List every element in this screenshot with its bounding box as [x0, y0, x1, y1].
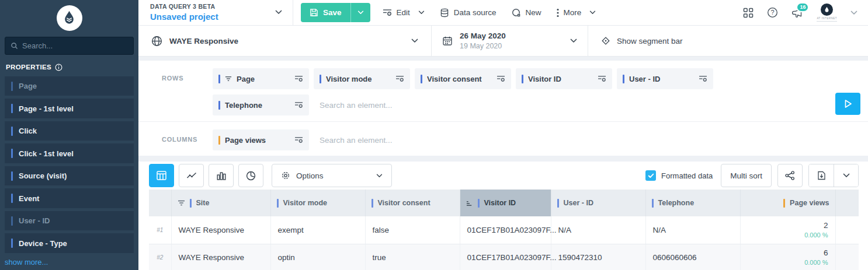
apps-grid-icon[interactable]: [743, 8, 754, 18]
chip-settings-icon[interactable]: [395, 75, 404, 82]
dimension-accent-bar: [11, 239, 13, 248]
data-source-button[interactable]: Data source: [432, 8, 504, 17]
table-header-row: Site Visitor mode Visi: [149, 190, 859, 216]
save-button[interactable]: Save: [301, 3, 370, 22]
date-range-selector[interactable]: 26 May 2020 19 May 2020: [432, 26, 588, 56]
chip-settings-icon[interactable]: [497, 75, 505, 82]
sidebar-item-event[interactable]: Event: [5, 188, 134, 208]
chip-settings-icon[interactable]: [699, 75, 707, 82]
export-button[interactable]: [809, 164, 834, 187]
formatted-data-label: Formatted data: [661, 171, 713, 180]
cell-visitor-mode: optin: [270, 244, 365, 270]
formatted-data-toggle[interactable]: Formatted data: [645, 170, 713, 181]
run-query-button[interactable]: [835, 93, 860, 115]
table-row[interactable]: #2 WAYE Responsive optin true 01CEF17B01…: [149, 244, 859, 270]
sidebar-item-label: Device - Type: [19, 239, 67, 248]
project-selector[interactable]: DATA QUERY 3 BETA Unsaved project: [150, 3, 293, 22]
chevron-down-icon[interactable]: [850, 10, 857, 15]
options-label: Options: [296, 171, 324, 180]
notifications-megaphone-icon[interactable]: 16: [791, 8, 803, 18]
share-button[interactable]: [777, 164, 803, 187]
segment-label: Show segment bar: [617, 37, 683, 45]
filler-cell: [835, 244, 859, 270]
chip-settings-icon[interactable]: [598, 75, 606, 82]
cell-site: WAYE Responsive: [171, 244, 270, 270]
column-header-visitor-consent[interactable]: Visitor consent: [365, 190, 460, 216]
columns-search-input[interactable]: [320, 136, 483, 145]
multi-sort-button[interactable]: Multi sort: [721, 164, 772, 187]
show-more-link[interactable]: show more...: [5, 258, 138, 267]
show-segment-bar-button[interactable]: Show segment bar: [588, 26, 696, 56]
view-line-chart-button[interactable]: [179, 164, 204, 187]
export-options-chevron-button[interactable]: [834, 164, 858, 187]
sidebar-item-page[interactable]: Page: [5, 76, 134, 96]
column-header-site[interactable]: Site: [171, 190, 270, 216]
site-selector[interactable]: WAYE Responsive: [138, 26, 432, 56]
properties-section-title: PROPERTIES: [6, 64, 138, 71]
sidebar-item-device-type[interactable]: Device - Type: [5, 233, 134, 253]
save-dropdown-button[interactable]: [350, 3, 370, 22]
column-header-label: Site: [196, 199, 210, 207]
row-chip-page[interactable]: Page: [213, 68, 309, 89]
column-header-visitor-mode[interactable]: Visitor mode: [270, 190, 365, 216]
column-chip-page-views[interactable]: Page views: [213, 129, 309, 150]
column-header-telephone[interactable]: Telephone: [645, 190, 740, 216]
sidebar-item-user-id[interactable]: User - ID: [5, 211, 134, 231]
column-header-user-id[interactable]: User - ID: [551, 190, 645, 216]
bar-chart-icon: [217, 171, 226, 180]
dimension-accent-bar: [11, 216, 13, 226]
column-header-page-views[interactable]: Page views: [740, 190, 835, 216]
chip-label: Page views: [225, 136, 290, 145]
chip-settings-icon[interactable]: [294, 75, 303, 82]
filter-icon: [225, 76, 232, 82]
table-row[interactable]: #1 WAYE Responsive exempt false 01CEF17B…: [149, 216, 859, 244]
dimension-accent-bar: [652, 199, 654, 208]
chip-settings-icon[interactable]: [294, 136, 303, 143]
new-button[interactable]: New: [504, 8, 549, 17]
help-icon[interactable]: ?: [767, 7, 778, 18]
dimension-accent-bar: [11, 171, 13, 181]
dimension-accent-bar: [421, 75, 422, 83]
more-button[interactable]: More: [549, 8, 604, 17]
view-table-button[interactable]: [149, 164, 174, 187]
formatted-data-checkbox[interactable]: [645, 170, 656, 181]
result-toolbar: Options Formatted data Multi sort: [138, 162, 868, 190]
view-bar-chart-button[interactable]: [209, 164, 234, 187]
cell-page-views: 6 0.000 %: [740, 244, 835, 270]
sidebar-item-label: Event: [19, 194, 39, 203]
pie-chart-icon: [246, 171, 256, 181]
info-icon[interactable]: [55, 64, 63, 71]
view-pie-chart-button[interactable]: [238, 164, 263, 187]
save-icon: [310, 8, 318, 17]
chip-label: Visitor ID: [528, 75, 593, 83]
chevron-down-icon: [843, 173, 850, 178]
chip-label: Visitor mode: [326, 75, 391, 83]
cell-site: WAYE Responsive: [171, 216, 270, 244]
sidebar-search-input[interactable]: [22, 41, 128, 50]
rows-search-input[interactable]: [320, 101, 483, 110]
segment-target-icon: [601, 36, 610, 45]
date-start: 26 May 2020: [460, 31, 506, 41]
avatar: [821, 3, 833, 16]
account-menu[interactable]: AT INTERNET: [817, 3, 837, 22]
row-chip-visitor-id[interactable]: Visitor ID: [516, 68, 612, 89]
row-chip-telephone[interactable]: Telephone: [213, 94, 309, 115]
page-views-percent: 0.000 %: [748, 232, 828, 239]
date-range: 26 May 2020 19 May 2020: [460, 31, 506, 51]
options-dropdown[interactable]: Options: [272, 164, 392, 187]
project-title-block: DATA QUERY 3 BETA Unsaved project: [150, 3, 218, 22]
row-chip-visitor-mode[interactable]: Visitor mode: [314, 68, 410, 89]
row-chip-visitor-consent[interactable]: Visitor consent: [415, 68, 511, 89]
sidebar-search[interactable]: [5, 37, 134, 55]
row-chip-user-id[interactable]: User - ID: [617, 68, 713, 89]
column-header-visitor-id[interactable]: Visitor ID: [460, 190, 551, 216]
chip-settings-icon[interactable]: [294, 101, 303, 108]
edit-button[interactable]: Edit: [375, 8, 432, 17]
sidebar-item-source-visit[interactable]: Source (visit): [5, 166, 134, 186]
sidebar-item-click-1st-level[interactable]: Click - 1st level: [5, 143, 134, 163]
chevron-down-icon: [570, 38, 577, 43]
sidebar-item-label: Page - 1st level: [19, 104, 74, 113]
sidebar-item-page-1st-level[interactable]: Page - 1st level: [5, 99, 134, 118]
notification-badge: 16: [796, 2, 809, 12]
sidebar-item-click[interactable]: Click: [5, 121, 134, 141]
